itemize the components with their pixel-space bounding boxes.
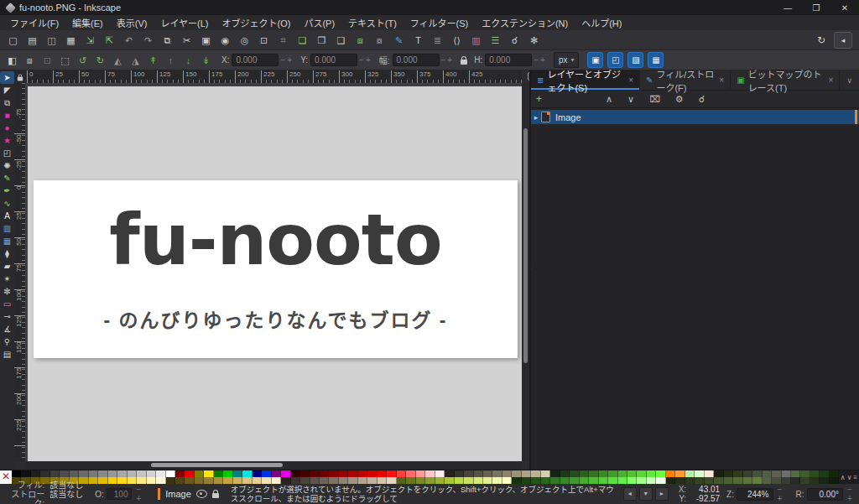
color-swatch[interactable] [685, 477, 695, 484]
color-swatch[interactable] [358, 470, 367, 477]
color-swatch[interactable] [117, 470, 127, 477]
color-swatch[interactable] [21, 470, 30, 477]
color-swatch[interactable] [541, 470, 550, 477]
rotate-ccw-icon[interactable]: ↺ [77, 54, 88, 67]
color-swatch[interactable] [214, 470, 223, 477]
color-swatch[interactable] [367, 477, 377, 484]
document-properties-icon[interactable]: ▥ [470, 34, 482, 47]
color-swatch[interactable] [782, 470, 791, 477]
color-swatch[interactable] [618, 477, 627, 484]
color-swatch[interactable] [445, 477, 454, 484]
color-swatch[interactable] [291, 477, 300, 484]
zoom-spinner[interactable]: −+ [778, 485, 789, 503]
color-swatch[interactable] [156, 470, 165, 477]
copy-icon[interactable]: ⧉ [161, 34, 174, 47]
text-dialog-icon[interactable]: T [412, 34, 424, 47]
imported-image[interactable]: fu-nooto - のんびりゆったりなんでもブログ - [34, 180, 518, 358]
color-swatch[interactable] [397, 477, 406, 484]
color-swatch[interactable] [675, 477, 685, 484]
menu-file[interactable]: ファイル(F) [3, 16, 65, 29]
y-spinner[interactable]: −+ [359, 55, 372, 65]
search-icon[interactable]: ☌ [699, 94, 705, 105]
color-swatch[interactable] [223, 477, 232, 484]
color-swatch[interactable] [666, 470, 675, 477]
color-swatch[interactable] [733, 477, 742, 484]
find-replace-icon[interactable]: ☌ [508, 34, 521, 47]
color-swatch[interactable] [40, 470, 49, 477]
group-icon[interactable]: ⧈ [354, 34, 367, 47]
color-swatch[interactable] [685, 470, 695, 477]
color-swatch[interactable] [830, 477, 839, 484]
x-spinner[interactable]: −+ [280, 55, 294, 65]
prev-layer-button[interactable]: ◂ [623, 487, 637, 501]
layer-row-image[interactable]: ▸ Image [531, 110, 859, 124]
eraser-tool[interactable]: ▭ [0, 298, 14, 310]
color-swatch[interactable] [50, 470, 60, 477]
color-swatch[interactable] [763, 477, 772, 484]
color-swatch[interactable] [262, 477, 271, 484]
height-input[interactable]: 0.000 [485, 54, 532, 66]
color-swatch[interactable] [339, 470, 348, 477]
undo-icon[interactable]: ↶ [122, 34, 135, 47]
color-swatch[interactable] [367, 470, 377, 477]
color-swatch[interactable] [675, 470, 685, 477]
unlink-clone-icon[interactable]: ❑ [335, 34, 347, 47]
measure-tool[interactable]: ∡ [0, 323, 14, 335]
fill-stroke-dialog-icon[interactable]: ✎ [393, 34, 405, 47]
color-swatch[interactable] [406, 470, 415, 477]
color-swatch[interactable] [204, 477, 213, 484]
color-swatch[interactable] [348, 477, 357, 484]
fill-stroke-indicator[interactable]: フィル: 該当なし ストローク: 該当なし [7, 481, 83, 504]
color-swatch[interactable] [512, 470, 521, 477]
color-swatch[interactable] [300, 470, 310, 477]
close-icon[interactable]: × [719, 75, 724, 85]
pages-tool[interactable]: ▤ [0, 348, 14, 361]
color-swatch[interactable] [492, 470, 502, 477]
color-swatch[interactable] [666, 477, 675, 484]
color-swatch[interactable] [618, 470, 627, 477]
color-swatch[interactable] [512, 477, 521, 484]
color-swatch[interactable] [60, 470, 69, 477]
color-swatch[interactable] [550, 470, 560, 477]
menu-view[interactable]: 表示(V) [110, 16, 154, 29]
color-swatch[interactable] [175, 470, 185, 477]
color-swatch[interactable] [98, 470, 107, 477]
duplicate-icon[interactable]: ❏ [296, 34, 309, 47]
color-swatch[interactable] [89, 477, 98, 484]
color-swatch[interactable] [714, 477, 723, 484]
move-layer-up-icon[interactable]: ∧ [606, 94, 612, 105]
color-swatch[interactable] [627, 470, 637, 477]
color-swatch[interactable] [233, 470, 242, 477]
lower-icon[interactable]: ↓ [183, 54, 194, 67]
color-swatch[interactable] [70, 470, 79, 477]
color-swatch[interactable] [608, 477, 617, 484]
zoom-tool[interactable]: ⚲ [0, 335, 14, 348]
color-swatch[interactable] [541, 477, 550, 484]
color-swatch[interactable] [474, 477, 483, 484]
color-swatch[interactable] [483, 470, 492, 477]
color-swatch[interactable] [117, 477, 127, 484]
tab-trace-bitmap[interactable]: ▣ ビットマップのトレース(T) × [731, 70, 840, 90]
paste-icon[interactable]: ▣ [200, 34, 212, 47]
color-swatch[interactable] [580, 477, 589, 484]
selection-box-icon[interactable]: ⬚ [60, 54, 70, 67]
color-swatch[interactable] [570, 477, 579, 484]
minimize-button[interactable]: — [773, 0, 802, 15]
flip-horizontal-icon[interactable]: ◭ [112, 54, 123, 67]
horizontal-scrollbar[interactable] [25, 461, 522, 470]
close-icon[interactable]: × [628, 75, 633, 85]
color-swatch[interactable] [752, 470, 762, 477]
connector-tool[interactable]: ⊸ [0, 310, 14, 323]
color-swatch[interactable] [175, 477, 185, 484]
color-swatch[interactable] [445, 470, 454, 477]
color-swatch[interactable] [560, 470, 570, 477]
menu-help[interactable]: ヘルプ(H) [575, 16, 628, 29]
layers-dialog-icon[interactable]: ≣ [431, 34, 444, 47]
y-input[interactable]: 0.000 [310, 54, 357, 66]
palette-scroll-down-icon[interactable]: ∨ [847, 474, 852, 481]
height-spinner[interactable]: −+ [534, 55, 547, 65]
zoom-input[interactable]: 244% [737, 488, 773, 501]
layer-menu-button[interactable]: ▾ [639, 487, 653, 501]
color-swatch[interactable] [782, 477, 791, 484]
color-swatch[interactable] [128, 470, 137, 477]
